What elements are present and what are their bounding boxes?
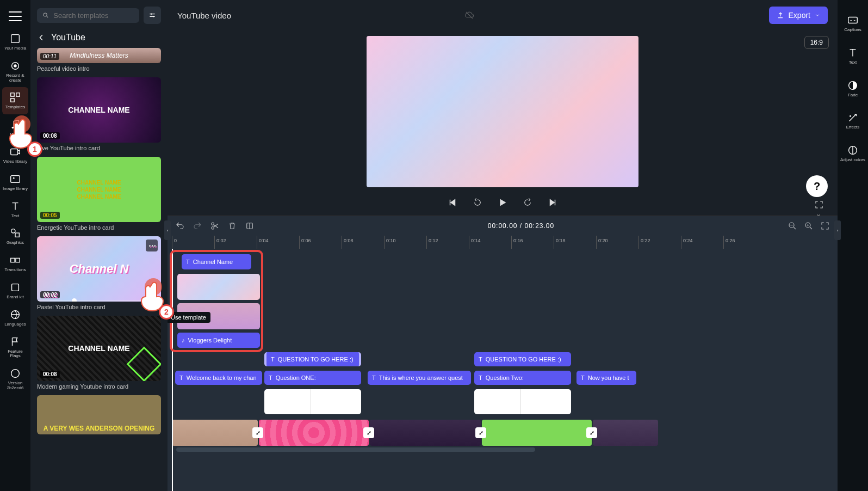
transition-icon[interactable]: ⤢ — [252, 427, 263, 438]
svg-point-16 — [11, 370, 20, 378]
timeline: ‹ › 00:00.00 / 00:23.00 00:020:040:060:0… — [168, 216, 838, 491]
text-tab[interactable]: Text — [840, 41, 866, 71]
ruler-tick: 0 — [172, 236, 177, 249]
nav-brand-kit[interactable]: Brand kit — [2, 277, 28, 304]
svg-rect-11 — [15, 233, 19, 237]
playhead[interactable] — [172, 249, 173, 491]
nav-version[interactable]: Version 2b2ecd6 — [2, 363, 28, 395]
text-clip[interactable]: TWelcome back to my chan — [175, 371, 262, 385]
main-area: Export 16:9 ? ⌄ ‹ › 00:00.00 / 00:23.00 — [168, 0, 838, 491]
scissors-icon[interactable] — [210, 221, 220, 231]
text-clip[interactable]: TNow you have t — [576, 371, 636, 385]
ruler-tick: 0:08 — [342, 236, 354, 249]
svg-rect-12 — [11, 259, 15, 262]
overlay-clip[interactable] — [177, 303, 260, 329]
transition-icon[interactable]: ⤢ — [586, 427, 597, 438]
topbar: Export — [168, 0, 838, 30]
timeline-ruler[interactable]: 00:020:040:060:080:100:120:140:160:180:2… — [168, 236, 838, 249]
trash-icon[interactable] — [227, 221, 237, 231]
nav-video-library[interactable]: Video library — [2, 142, 28, 169]
video-track[interactable]: ⤢⤢⤢⤢ — [172, 420, 833, 446]
template-card[interactable]: CHANNEL NAMECHANNEL NAMECHANNEL NAME00:0… — [37, 157, 161, 231]
nav-graphics[interactable]: Graphics — [2, 223, 28, 250]
zoom-fit-icon[interactable] — [820, 221, 830, 231]
nav-image-library[interactable]: Image library — [2, 169, 28, 196]
text-icon: T — [372, 375, 376, 381]
transition-icon[interactable]: ⤢ — [363, 427, 374, 438]
template-card[interactable]: CHANNEL NAME00:08 Modern gaming Youtube … — [37, 316, 161, 390]
video-segment[interactable]: ⤢ — [172, 420, 258, 446]
text-icon: T — [179, 375, 183, 381]
text-clip[interactable]: TQuestion ONE: — [264, 371, 361, 385]
breadcrumb: YouTube — [30, 30, 168, 48]
svg-rect-27 — [848, 17, 858, 23]
media-clip[interactable] — [264, 389, 361, 414]
ruler-tick: 0:04 — [257, 236, 269, 249]
nav-templates[interactable]: Templates — [2, 87, 28, 114]
preview-area: 16:9 ? ⌄ — [168, 30, 838, 216]
text-clip[interactable]: TQuestion Two: — [474, 371, 571, 385]
templates-list[interactable]: Mindfulness Matters00:11 Peaceful video … — [30, 48, 168, 491]
timeline-scrollbar[interactable] — [172, 446, 833, 453]
filter-button[interactable] — [144, 7, 161, 24]
breadcrumb-title: YouTube — [51, 33, 85, 42]
template-more-icon[interactable]: ⋯ — [146, 240, 158, 251]
redo-icon[interactable] — [193, 221, 202, 231]
text-clip[interactable]: TQUESTION TO GO HERE :) — [474, 352, 571, 366]
template-card-active[interactable]: Channel N00:02 ⋯ Pastel YouTube intro ca… — [37, 236, 161, 310]
timeline-tracks[interactable]: Use template TChannel Name ♪Vloggers Del… — [168, 249, 838, 491]
ruler-tick: 0:18 — [554, 236, 566, 249]
nav-feature-flags[interactable]: Feature Flags — [2, 332, 28, 364]
video-clip[interactable] — [177, 274, 260, 300]
zoom-out-icon[interactable] — [788, 221, 797, 231]
chevron-down-icon — [815, 13, 820, 18]
skip-forward-button[interactable] — [545, 195, 560, 210]
ruler-tick: 0:14 — [469, 236, 481, 249]
template-card[interactable]: A VERY WES ANDERSON OPENING — [37, 395, 161, 434]
audio-clip[interactable]: ♪Vloggers Delight — [177, 333, 260, 348]
media-clip[interactable] — [474, 389, 571, 414]
video-segment[interactable] — [593, 420, 658, 446]
nav-record-create[interactable]: Record & create — [2, 56, 28, 88]
nav-music[interactable]: Music — [2, 114, 28, 142]
nav-transitions[interactable]: Transitions — [2, 250, 28, 277]
nav-your-media[interactable]: Your media — [2, 28, 28, 56]
nav-text[interactable]: Text — [2, 196, 28, 223]
search-templates-input[interactable] — [37, 8, 139, 23]
hamburger-menu-icon[interactable] — [9, 10, 22, 23]
undo-icon[interactable] — [175, 221, 185, 231]
skip-back-button[interactable] — [445, 195, 460, 210]
step-forward-button[interactable] — [520, 195, 535, 210]
effects-tab[interactable]: Effects — [840, 106, 866, 136]
text-clip[interactable]: TChannel Name — [182, 254, 251, 269]
text-clip[interactable]: TThis is where you answer quest — [368, 371, 471, 385]
fade-tab[interactable]: Fade — [840, 74, 866, 103]
video-segment[interactable]: ⤢ — [370, 420, 481, 446]
adjust-colors-tab[interactable]: Adjust colors — [840, 139, 866, 168]
captions-tab[interactable]: Captions — [840, 9, 866, 38]
sliders-icon — [148, 11, 156, 19]
template-card[interactable]: CHANNEL NAME00:08 ...ve YouTube intro ca… — [37, 77, 161, 151]
svg-point-10 — [11, 229, 15, 233]
transition-icon[interactable]: ⤢ — [475, 427, 486, 438]
help-button[interactable]: ? — [806, 175, 828, 197]
video-segment[interactable]: ⤢ — [259, 420, 369, 446]
play-button[interactable] — [495, 195, 510, 210]
ruler-tick: 0:10 — [384, 236, 396, 249]
step-back-button[interactable] — [470, 195, 485, 210]
nav-languages[interactable]: Languages — [2, 304, 28, 332]
zoom-in-icon[interactable] — [804, 221, 814, 231]
aspect-ratio-badge[interactable]: 16:9 — [804, 36, 829, 49]
text-clip[interactable]: TQUESTION TO GO HERE :) — [264, 352, 361, 366]
export-button[interactable]: Export — [769, 7, 828, 24]
ruler-tick: 0:26 — [723, 236, 735, 249]
search-icon — [42, 11, 49, 19]
text-icon: T — [479, 356, 482, 363]
video-segment[interactable]: ⤢ — [482, 420, 592, 446]
template-card[interactable]: Mindfulness Matters00:11 Peaceful video … — [37, 48, 161, 72]
svg-point-2 — [14, 64, 17, 67]
split-icon[interactable] — [245, 221, 255, 231]
project-title-input[interactable] — [177, 11, 457, 20]
back-arrow-icon[interactable] — [37, 33, 46, 42]
preview-canvas[interactable] — [367, 36, 638, 187]
